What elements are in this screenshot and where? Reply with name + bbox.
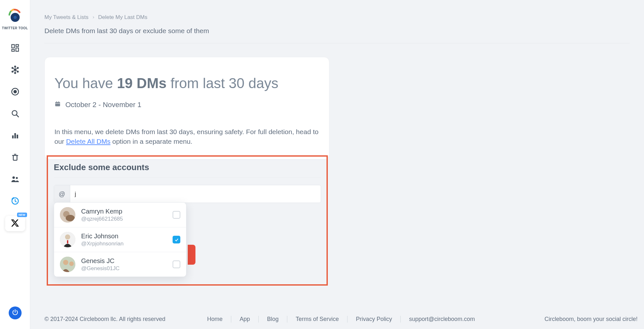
target-icon (11, 87, 20, 97)
svg-point-43 (69, 261, 74, 266)
description: In this menu, we delete DMs from last 30… (54, 127, 319, 147)
avatar (60, 257, 75, 272)
main-content: My Tweets & Lists Delete My Last DMs Del… (30, 0, 644, 329)
footer-link-home[interactable]: Home (199, 316, 231, 323)
footer-links: Home App Blog Terms of Service Privacy P… (199, 316, 483, 323)
desc-line2: option in a separate menu. (110, 138, 193, 145)
breadcrumb-current: Delete My Last DMs (98, 14, 147, 21)
exclude-section-highlight: Exclude some accounts @ Camryn Kemp @ (47, 155, 329, 203)
svg-rect-34 (59, 101, 59, 102)
svg-point-20 (14, 90, 16, 93)
breadcrumb: My Tweets & Lists Delete My Last DMs (44, 14, 630, 21)
headline-post: from last 30 days (166, 75, 278, 91)
nav-network[interactable] (5, 61, 25, 80)
avatar (60, 232, 75, 247)
app-logo[interactable]: TWITTER TOOL (2, 8, 28, 30)
account-name: Camryn Kemp (81, 208, 173, 215)
avatar (60, 207, 75, 223)
logo-icon (7, 8, 24, 24)
nav-x-twitter[interactable]: NEW (5, 216, 25, 231)
network-icon (11, 65, 20, 76)
account-name: Genesis JC (81, 257, 173, 265)
calendar-icon (54, 101, 61, 109)
account-option[interactable]: Genesis JC @Genesis01JC (54, 252, 186, 277)
dashboard-icon (11, 43, 20, 54)
footer-link-tos[interactable]: Terms of Service (287, 316, 347, 323)
trash-icon (11, 153, 20, 163)
account-handle: @Xrpjohnsonrian (81, 241, 173, 247)
svg-point-42 (63, 260, 68, 265)
footer-link-privacy[interactable]: Privacy Policy (347, 316, 401, 323)
copyright: © 2017-2024 Circleboom llc. All rights r… (44, 316, 165, 323)
sidebar: TWITTER TOOL (0, 0, 30, 329)
chevron-right-icon (92, 14, 95, 21)
app-title: TWITTER TOOL (2, 26, 28, 30)
nav-target[interactable] (5, 83, 25, 102)
account-option[interactable]: Camryn Kemp @qzrej66212685 (54, 203, 186, 227)
footer-link-blog[interactable]: Blog (259, 316, 287, 323)
bar-chart-icon (11, 131, 20, 141)
headline: You have 19 DMs from last 30 days (54, 75, 319, 92)
date-range-row: October 2 - November 1 (54, 101, 319, 109)
svg-rect-24 (14, 133, 16, 138)
account-option[interactable]: Eric Johnson @Xrpjohnsonrian (54, 227, 186, 252)
date-range-text: October 2 - November 1 (65, 101, 141, 109)
users-icon (11, 175, 20, 185)
at-prefix: @ (54, 185, 70, 203)
nav-analytics[interactable] (5, 126, 25, 146)
delete-button-peek[interactable] (188, 245, 195, 265)
x-icon (11, 219, 19, 229)
svg-line-22 (16, 115, 18, 117)
exclude-input[interactable] (70, 185, 321, 203)
svg-rect-40 (67, 240, 68, 243)
new-badge: NEW (17, 213, 27, 217)
footer-tagline: Circleboom, boom your social circle! (545, 316, 638, 323)
exclude-panel: Exclude some accounts @ Camryn Kemp @ (54, 162, 321, 203)
account-dropdown: Camryn Kemp @qzrej66212685 Eric Johnson … (54, 202, 186, 277)
svg-rect-3 (16, 45, 18, 47)
power-icon (12, 309, 19, 317)
svg-rect-25 (16, 135, 18, 139)
footer-link-app[interactable]: App (231, 316, 259, 323)
svg-point-28 (16, 177, 18, 179)
exclude-title: Exclude some accounts (54, 162, 321, 178)
headline-count: 19 DMs (117, 75, 166, 91)
headline-pre: You have (54, 75, 117, 91)
dm-card: You have 19 DMs from last 30 days Octobe… (44, 57, 329, 160)
nav-delete[interactable] (5, 148, 25, 168)
svg-rect-5 (12, 50, 14, 51)
nav-search[interactable] (5, 105, 25, 124)
delete-all-dms-link[interactable]: Delete All DMs (66, 138, 110, 145)
svg-point-21 (12, 111, 17, 115)
svg-point-1 (14, 16, 17, 19)
svg-rect-4 (16, 48, 18, 51)
svg-point-27 (12, 177, 14, 179)
page-subtitle: Delete DMs from last 30 days or exclude … (44, 27, 630, 35)
svg-rect-26 (13, 155, 17, 160)
svg-rect-2 (12, 45, 14, 48)
power-button[interactable] (9, 306, 22, 319)
checkbox[interactable] (173, 260, 180, 268)
footer-link-support[interactable]: support@circleboom.com (401, 316, 483, 323)
checkbox[interactable] (173, 236, 180, 243)
nav-dashboard[interactable] (5, 39, 25, 58)
svg-rect-23 (12, 135, 14, 138)
search-icon (11, 109, 20, 119)
account-name: Eric Johnson (81, 233, 173, 240)
footer: © 2017-2024 Circleboom llc. All rights r… (44, 316, 638, 323)
breadcrumb-parent[interactable]: My Tweets & Lists (44, 14, 89, 21)
svg-rect-33 (56, 101, 57, 102)
divider (44, 43, 630, 43)
svg-point-37 (66, 215, 75, 221)
nav-users[interactable] (5, 170, 25, 189)
checkbox[interactable] (173, 211, 180, 219)
nav-scheduled[interactable] (5, 192, 25, 211)
clock-refresh-icon (11, 196, 20, 207)
exclude-input-row: @ (54, 185, 321, 203)
account-handle: @Genesis01JC (81, 265, 173, 272)
account-handle: @qzrej66212685 (81, 216, 173, 222)
svg-point-39 (65, 234, 70, 240)
